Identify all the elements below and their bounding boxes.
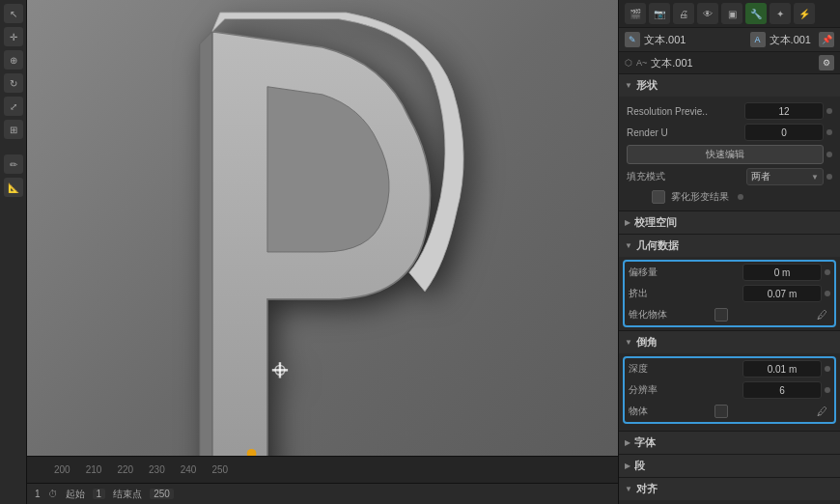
section-texture-space-header[interactable]: ▶ 校理空间 bbox=[619, 211, 840, 234]
bevel-depth-label: 深度 bbox=[629, 362, 742, 376]
fill-mode-dot[interactable] bbox=[826, 174, 832, 180]
quick-edit-dot[interactable] bbox=[826, 152, 832, 157]
tab-render[interactable]: 📷 bbox=[649, 3, 670, 24]
resolution-preview-input[interactable]: 12 bbox=[744, 102, 824, 120]
tab-particles[interactable]: ✦ bbox=[770, 3, 791, 24]
toolbar-move-icon[interactable]: ⊕ bbox=[4, 50, 23, 70]
deform-label: 雾化形变结果 bbox=[671, 190, 729, 204]
pin-icon[interactable]: 📌 bbox=[819, 32, 834, 47]
section-bevel-title: 倒角 bbox=[636, 335, 658, 350]
render-u-label: Render U bbox=[627, 127, 744, 138]
section-font-header[interactable]: ▶ 字体 bbox=[619, 432, 840, 454]
timeline-mark-220: 220 bbox=[117, 464, 133, 475]
object-name-label: 文本.001 bbox=[644, 33, 686, 47]
tab-output[interactable]: 🖨 bbox=[673, 3, 694, 24]
timeline-mark-210: 210 bbox=[86, 464, 102, 475]
toolbar-rotate-icon[interactable]: ↻ bbox=[4, 73, 23, 93]
quick-edit-button[interactable]: 快速编辑 bbox=[627, 145, 824, 164]
geometry-highlight: 偏移量 0 m 挤出 0.07 m 锥化物体 bbox=[623, 260, 836, 327]
bevel-resolution-dot[interactable] bbox=[825, 387, 830, 393]
toolbar-scale-icon[interactable]: ⤢ bbox=[4, 97, 23, 116]
bevel-object-swatch[interactable] bbox=[714, 405, 728, 418]
taper-eyedropper[interactable]: 🖊 bbox=[813, 306, 830, 323]
section-bevel-header[interactable]: ▼ 倒角 bbox=[619, 331, 840, 353]
bevel-depth-input[interactable]: 0.01 m bbox=[742, 360, 822, 378]
data-icon: A bbox=[750, 32, 766, 47]
tab-modifier[interactable]: 🔧 bbox=[745, 3, 767, 24]
taper-label: 锥化物体 bbox=[629, 308, 714, 322]
render-u-input[interactable]: 0 bbox=[744, 124, 824, 141]
section-texture-space-title: 校理空间 bbox=[634, 215, 677, 230]
start-value[interactable]: 1 bbox=[93, 489, 106, 499]
bevel-object-eyedropper[interactable]: 🖊 bbox=[813, 403, 830, 420]
section-texture-space: ▶ 校理空间 bbox=[619, 211, 840, 235]
end-label: 结束点 bbox=[113, 488, 142, 501]
section-font-title: 字体 bbox=[634, 435, 656, 450]
deform-dot[interactable] bbox=[738, 194, 743, 200]
extrude-dot[interactable] bbox=[825, 291, 830, 296]
fill-mode-dropdown[interactable]: 两者 ▼ bbox=[746, 168, 824, 185]
bevel-resolution-label: 分辨率 bbox=[629, 383, 742, 397]
fill-mode-row: 填充模式 两者 ▼ bbox=[619, 166, 840, 187]
breadcrumb-text: 文本.001 bbox=[651, 56, 692, 70]
toolbar-cursor-icon[interactable]: ✛ bbox=[4, 27, 23, 46]
extrude-row: 挤出 0.07 m bbox=[625, 283, 834, 304]
viewport[interactable]: 200 210 220 230 240 250 1 ⏱ 起始 1 结束点 250 bbox=[27, 0, 618, 504]
tab-object[interactable]: ▣ bbox=[721, 3, 742, 24]
viewport-3d-letter bbox=[27, 0, 618, 504]
section-alignment-title: 对齐 bbox=[636, 482, 658, 496]
section-shape-header[interactable]: ▼ 形状 bbox=[619, 74, 840, 97]
end-value[interactable]: 250 bbox=[150, 489, 174, 499]
tab-physics[interactable]: ⚡ bbox=[794, 3, 815, 24]
section-geometry-header[interactable]: ▼ 几何数据 bbox=[619, 235, 840, 257]
left-toolbar: ↖ ✛ ⊕ ↻ ⤢ ⊞ ✏ 📐 bbox=[0, 0, 27, 504]
offset-input[interactable]: 0 m bbox=[742, 264, 822, 281]
taper-row: 锥化物体 🖊 bbox=[625, 304, 834, 325]
resolution-preview-label: Resolution Previe.. bbox=[627, 106, 744, 117]
quick-edit-row: 快速编辑 bbox=[619, 143, 840, 166]
offset-dot[interactable] bbox=[825, 269, 830, 275]
bevel-resolution-input[interactable]: 6 bbox=[742, 381, 822, 399]
timeline-mark-240: 240 bbox=[181, 464, 197, 475]
panel-header: ✎ 文本.001 A 文本.001 📌 bbox=[619, 28, 840, 52]
render-u-dot[interactable] bbox=[826, 129, 832, 135]
section-shape: ▼ 形状 Resolution Previe.. 12 Render U 0 bbox=[619, 74, 840, 211]
section-alignment-header[interactable]: ▼ 对齐 bbox=[619, 478, 840, 500]
bevel-object-label: 物体 bbox=[629, 405, 714, 418]
toolbar-select-icon[interactable]: ↖ bbox=[4, 4, 23, 23]
properties-tabs-row: 🎬 📷 🖨 👁 ▣ 🔧 ✦ ⚡ bbox=[619, 0, 840, 28]
section-paragraph: ▶ 段 bbox=[619, 455, 840, 478]
deform-row: 雾化形变结果 bbox=[619, 187, 840, 207]
data-name-label: 文本.001 bbox=[770, 33, 811, 47]
breadcrumb-settings-icon[interactable]: ⚙ bbox=[819, 55, 834, 70]
taper-color-swatch[interactable] bbox=[714, 308, 728, 322]
toolbar-measure-icon[interactable]: 📐 bbox=[4, 178, 23, 197]
bevel-depth-row: 深度 0.01 m bbox=[625, 358, 834, 379]
breadcrumb: ⬡ A~ 文本.001 ⚙ bbox=[619, 52, 840, 74]
toolbar-annotate-icon[interactable]: ✏ bbox=[4, 154, 23, 174]
section-bevel: ▼ 倒角 深度 0.01 m 分辨率 6 bbox=[619, 331, 840, 432]
bevel-depth-dot[interactable] bbox=[825, 366, 830, 372]
current-frame[interactable]: 1 bbox=[35, 489, 41, 499]
bevel-object-row: 物体 🖊 bbox=[625, 401, 834, 422]
resolution-preview-row: Resolution Previe.. 12 bbox=[619, 100, 840, 122]
section-shape-title: 形状 bbox=[636, 78, 658, 93]
section-font: ▶ 字体 bbox=[619, 432, 840, 455]
right-panel: 🎬 📷 🖨 👁 ▣ 🔧 ✦ ⚡ ✎ 文本.001 A 文本.001 📌 bbox=[618, 0, 840, 504]
offset-label: 偏移量 bbox=[629, 266, 742, 279]
start-label: 起始 bbox=[66, 488, 85, 501]
deform-checkbox[interactable] bbox=[652, 190, 665, 204]
bevel-highlight: 深度 0.01 m 分辨率 6 物体 🖊 bbox=[623, 356, 836, 424]
timeline-mark-200: 200 bbox=[54, 464, 70, 475]
section-alignment: ▼ 对齐 水平 三 左 ▼ 垂直 ⬜ 顶部基线 ▼ bbox=[619, 478, 840, 504]
extrude-label: 挤出 bbox=[629, 287, 742, 300]
bevel-resolution-row: 分辨率 6 bbox=[625, 379, 834, 401]
fill-mode-label: 填充模式 bbox=[627, 170, 746, 183]
tab-scene[interactable]: 🎬 bbox=[625, 3, 646, 24]
tab-view[interactable]: 👁 bbox=[697, 3, 718, 24]
viewport-bottom-bar: 1 ⏱ 起始 1 结束点 250 bbox=[27, 483, 618, 504]
extrude-input[interactable]: 0.07 m bbox=[742, 285, 822, 302]
toolbar-transform-icon[interactable]: ⊞ bbox=[4, 120, 23, 139]
resolution-preview-dot[interactable] bbox=[826, 108, 832, 114]
section-paragraph-header[interactable]: ▶ 段 bbox=[619, 455, 840, 477]
